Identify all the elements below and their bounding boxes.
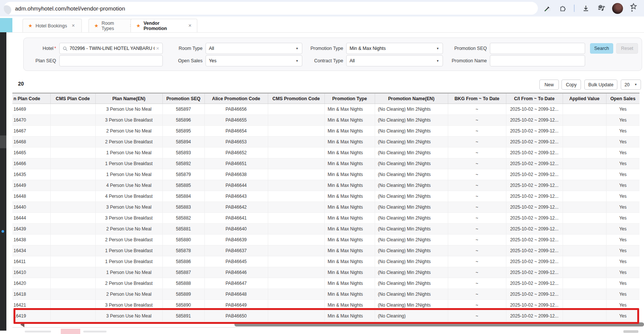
table-row[interactable]: 164443 Person Use Breakfast585882PAB4664…	[12, 213, 639, 224]
table-cell: 3 Person Use Breakfast	[95, 300, 162, 311]
table-cell: ~	[448, 245, 506, 256]
toolbar-separator	[574, 5, 575, 12]
table-cell: 585891	[162, 311, 204, 322]
table-row[interactable]: 164351 Person Use No Meal585879PAB46638M…	[12, 169, 639, 180]
column-header[interactable]: Applied Value	[563, 93, 606, 104]
table-row[interactable]: 164682 Person Use Breakfast585894PAB4665…	[12, 137, 639, 147]
table-row[interactable]: 164403 Person Use No Meal585883PAB46642M…	[12, 202, 639, 213]
table-cell	[50, 180, 95, 191]
table-cell: 2025-10-02 ~ 2099-12...	[506, 180, 563, 191]
table-cell: 16444	[12, 213, 50, 224]
table-cell	[50, 245, 95, 256]
sidebar-toggle-accent[interactable]	[0, 18, 12, 32]
promotion-type-select[interactable]: Min & Max Nights ▼	[346, 43, 443, 54]
table-row[interactable]: 164111 Person Use Breakfast585886PAB4664…	[12, 256, 639, 267]
table-cell: 16468	[12, 137, 50, 147]
tab-hotel-bookings[interactable]: ★ Hotel Bookings ✕	[23, 19, 82, 32]
contract-type-select[interactable]: All ▼	[346, 55, 443, 66]
table-cell: ~	[448, 300, 506, 311]
table-cell	[563, 104, 606, 115]
promotion-name-label: Promotion Name	[448, 58, 487, 63]
search-button[interactable]: Search	[590, 43, 613, 54]
column-header[interactable]: n Plan Code	[12, 93, 50, 104]
new-button[interactable]: New	[539, 80, 559, 90]
clear-icon[interactable]: ✕	[156, 46, 159, 51]
column-header[interactable]: Promotion Name(EN)	[375, 93, 448, 104]
table-row[interactable]: 164101 Person Use No Meal585887PAB46646M…	[12, 267, 639, 278]
close-icon[interactable]: ✕	[72, 23, 75, 28]
table-cell: 585892	[162, 158, 204, 169]
url-text[interactable]: adm.ohmyhotel.com/hotel/vendor-promotion	[15, 5, 125, 12]
column-header[interactable]: Promotion Type	[324, 93, 375, 104]
address-bar[interactable]: adm.ohmyhotel.com/hotel/vendor-promotion	[4, 2, 538, 15]
table-row[interactable]: 164703 Person Use Breakfast585896PAB4665…	[12, 115, 639, 126]
table-cell: ~	[448, 191, 506, 202]
table-row[interactable]: 164382 Person Use Breakfast585880PAB4663…	[12, 235, 639, 245]
table-cell: (No Cleaning) Min 2Nights	[375, 256, 448, 267]
copy-button[interactable]: Copy	[561, 80, 581, 90]
tab-vendor-promotion[interactable]: ★ Vendor Promotion ✕	[131, 19, 197, 32]
scroll-left-arrow-icon[interactable]	[20, 322, 24, 327]
column-header[interactable]: Promotion SEQ	[162, 93, 204, 104]
column-header[interactable]: C/I From ~ To Date	[506, 93, 563, 104]
horizontal-scrollbar-thumb[interactable]	[234, 322, 644, 326]
page-size-select[interactable]: 20 ▼	[621, 80, 641, 90]
table-cell: 585886	[162, 256, 204, 267]
column-header[interactable]: CMS Plan Code	[50, 93, 95, 104]
table-row[interactable]: 164182 Person Use No Meal585889PAB46648M…	[12, 289, 639, 300]
tab-label: Vendor Promotion	[144, 21, 184, 31]
sidebar-active-item[interactable]	[0, 135, 6, 148]
table-row[interactable]: 164392 Person Use No Meal585881PAB46640M…	[12, 224, 639, 235]
promotion-seq-input[interactable]	[490, 43, 585, 54]
column-header[interactable]: BKG From ~ To Date	[448, 93, 506, 104]
table-row[interactable]: 164693 Person Use No Meal585897PAB46656M…	[12, 104, 639, 115]
table-cell: 2 Person Use Breakfast	[95, 235, 162, 245]
plan-seq-input[interactable]	[59, 55, 163, 66]
table-row[interactable]: 164202 Person Use Breakfast585888PAB4664…	[12, 278, 639, 289]
extensions-icon[interactable]	[559, 5, 566, 12]
table-row[interactable]: 164494 Person Use No Meal585885PAB46644M…	[12, 180, 639, 191]
table-row[interactable]: 164484 Person Use Breakfast585884PAB4664…	[12, 191, 639, 202]
table-cell: ~	[448, 267, 506, 278]
close-icon[interactable]: ✕	[188, 23, 192, 28]
eyedropper-icon[interactable]	[544, 5, 551, 12]
reset-button[interactable]: Reset	[616, 43, 638, 54]
table-cell: Min & Max Nights	[324, 278, 375, 289]
table-row[interactable]: 164661 Person Use Breakfast585892PAB4665…	[12, 158, 639, 169]
table-cell: Min & Max Nights	[324, 191, 375, 202]
promotion-name-input[interactable]	[490, 55, 585, 66]
promotion-type-label: Promotion Type	[308, 46, 343, 51]
table-cell: PAB46647	[204, 278, 268, 289]
bulk-update-button[interactable]: Bulk Update	[584, 80, 617, 90]
column-header[interactable]: Open Sales	[606, 93, 639, 104]
table-cell: 2025-10-02 ~ 2099-12...	[506, 300, 563, 311]
media-playlist-icon[interactable]	[597, 5, 605, 12]
promotion-type-value: Min & Max Nights	[350, 46, 386, 51]
room-type-select[interactable]: All ▼	[206, 43, 302, 54]
table-row[interactable]: 164213 Person Use Breakfast585890PAB4664…	[12, 300, 639, 311]
table-cell	[50, 158, 95, 169]
table-row[interactable]: 164341 Person Use Breakfast585878PAB4663…	[12, 245, 639, 256]
open-sales-select[interactable]: Yes ▼	[206, 55, 302, 66]
menu-icon[interactable]	[631, 5, 633, 12]
favorite-star-icon: ★	[136, 23, 141, 28]
download-icon[interactable]	[582, 5, 590, 12]
profile-avatar[interactable]	[612, 3, 623, 14]
column-header[interactable]: Plan Name(EN)	[95, 93, 162, 104]
hotel-search-input[interactable]: 702996 - TWIN-LINE HOTEL YANBARU OKII ✕	[59, 43, 163, 54]
column-header[interactable]: Alice Promotion Code	[204, 93, 268, 104]
table-cell	[268, 256, 324, 267]
table-cell: 16439	[12, 224, 50, 235]
table-cell: 585882	[162, 213, 204, 224]
collapsed-sidebar[interactable]	[0, 32, 6, 331]
column-header[interactable]: CMS Promotion Code	[268, 93, 324, 104]
table-cell	[50, 289, 95, 300]
table-row[interactable]: 164193 Person Use No Meal585891PAB46650M…	[12, 311, 639, 322]
table-cell: 2025-10-02 ~ 2099-12...	[506, 278, 563, 289]
table-row[interactable]: 164651 Person Use No Meal585893PAB46652M…	[12, 147, 639, 158]
table-row[interactable]: 164672 Person Use No Meal585895PAB46654M…	[12, 126, 639, 137]
table-cell: 585896	[162, 115, 204, 126]
table-cell: 16438	[12, 235, 50, 245]
table-cell: 2025-10-02 ~ 2099-12...	[506, 289, 563, 300]
table-cell: 2 Person Use Breakfast	[95, 278, 162, 289]
